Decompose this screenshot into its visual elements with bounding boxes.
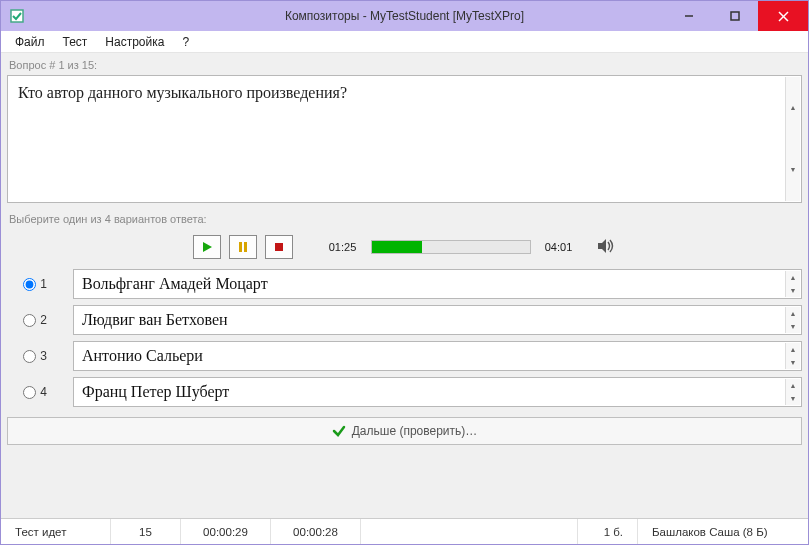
scroll-down-icon[interactable]: ▼ bbox=[785, 284, 800, 297]
svg-rect-2 bbox=[731, 12, 739, 20]
close-button[interactable] bbox=[758, 1, 808, 31]
answer-radio-2[interactable]: 2 bbox=[7, 305, 63, 335]
answer-row: 2Людвиг ван Бетховен▲▼ bbox=[7, 305, 802, 335]
answer-row: 4Франц Петер Шуберт▲▼ bbox=[7, 377, 802, 407]
minimize-button[interactable] bbox=[666, 1, 712, 31]
svg-rect-7 bbox=[244, 242, 247, 252]
question-counter: Вопрос # 1 из 15: bbox=[7, 57, 802, 73]
answer-text-box[interactable]: Вольфганг Амадей Моцарт▲▼ bbox=[73, 269, 802, 299]
media-controls: 01:25 04:01 bbox=[7, 229, 802, 267]
scroll-up-icon[interactable]: ▲ bbox=[785, 379, 800, 392]
answer-row: 1Вольфганг Амадей Моцарт▲▼ bbox=[7, 269, 802, 299]
play-button[interactable] bbox=[193, 235, 221, 259]
svg-rect-8 bbox=[275, 243, 283, 251]
scroll-down-icon[interactable]: ▼ bbox=[785, 356, 800, 369]
scroll-down-icon[interactable]: ▼ bbox=[785, 392, 800, 405]
answer-number: 3 bbox=[40, 349, 47, 363]
menu-test[interactable]: Тест bbox=[55, 33, 96, 51]
media-current-time: 01:25 bbox=[323, 241, 363, 253]
answer-scroll[interactable]: ▲▼ bbox=[785, 343, 800, 369]
answer-text: Людвиг ван Бетховен bbox=[82, 311, 228, 328]
answer-text-box[interactable]: Людвиг ван Бетховен▲▼ bbox=[73, 305, 802, 335]
menubar: Файл Тест Настройка ? bbox=[1, 31, 808, 53]
scroll-up-icon[interactable]: ▲ bbox=[785, 77, 800, 139]
media-total-time: 04:01 bbox=[539, 241, 579, 253]
svg-marker-5 bbox=[203, 242, 212, 252]
answer-row: 3Антонио Сальери▲▼ bbox=[7, 341, 802, 371]
question-text: Кто автор данного музыкального произведе… bbox=[18, 84, 347, 101]
answer-radio-input[interactable] bbox=[23, 350, 36, 363]
window-controls bbox=[666, 1, 808, 31]
status-score: 1 б. bbox=[578, 519, 638, 544]
answer-radio-input[interactable] bbox=[23, 278, 36, 291]
statusbar: Тест идет 15 00:00:29 00:00:28 1 б. Башл… bbox=[1, 518, 808, 544]
app-window: Композиторы - MyTestStudent [MyTestXPro]… bbox=[0, 0, 809, 545]
svg-rect-0 bbox=[11, 10, 23, 22]
answer-scroll[interactable]: ▲▼ bbox=[785, 307, 800, 333]
scroll-up-icon[interactable]: ▲ bbox=[785, 343, 800, 356]
status-remaining: 00:00:28 bbox=[271, 519, 361, 544]
scroll-down-icon[interactable]: ▼ bbox=[785, 139, 800, 201]
scroll-down-icon[interactable]: ▼ bbox=[785, 320, 800, 333]
client-area: Вопрос # 1 из 15: Кто автор данного музы… bbox=[1, 53, 808, 518]
app-icon bbox=[9, 8, 25, 24]
menu-file[interactable]: Файл bbox=[7, 33, 53, 51]
answer-text: Франц Петер Шуберт bbox=[82, 383, 229, 400]
question-scroll[interactable]: ▲ ▼ bbox=[785, 77, 800, 201]
answers-hint: Выберите один из 4 вариантов ответа: bbox=[7, 211, 802, 227]
next-button-label: Дальше (проверить)… bbox=[352, 424, 478, 438]
menu-settings[interactable]: Настройка bbox=[97, 33, 172, 51]
next-button[interactable]: Дальше (проверить)… bbox=[7, 417, 802, 445]
media-progress[interactable] bbox=[371, 240, 531, 254]
status-state: Тест идет bbox=[1, 519, 111, 544]
pause-button[interactable] bbox=[229, 235, 257, 259]
scroll-up-icon[interactable]: ▲ bbox=[785, 271, 800, 284]
answer-text-box[interactable]: Антонио Сальери▲▼ bbox=[73, 341, 802, 371]
answer-radio-1[interactable]: 1 bbox=[7, 269, 63, 299]
scroll-up-icon[interactable]: ▲ bbox=[785, 307, 800, 320]
maximize-button[interactable] bbox=[712, 1, 758, 31]
answer-number: 1 bbox=[40, 277, 47, 291]
svg-marker-9 bbox=[598, 239, 606, 253]
answer-radio-3[interactable]: 3 bbox=[7, 341, 63, 371]
svg-rect-6 bbox=[239, 242, 242, 252]
answer-text: Вольфганг Амадей Моцарт bbox=[82, 275, 268, 292]
status-user: Башлаков Саша (8 Б) bbox=[638, 519, 808, 544]
menu-help[interactable]: ? bbox=[174, 33, 197, 51]
question-text-panel: Кто автор данного музыкального произведе… bbox=[7, 75, 802, 203]
answer-text: Антонио Сальери bbox=[82, 347, 203, 364]
answer-scroll[interactable]: ▲▼ bbox=[785, 271, 800, 297]
answer-number: 4 bbox=[40, 385, 47, 399]
answer-radio-input[interactable] bbox=[23, 314, 36, 327]
answer-radio-4[interactable]: 4 bbox=[7, 377, 63, 407]
answer-radio-input[interactable] bbox=[23, 386, 36, 399]
answers-list: 1Вольфганг Амадей Моцарт▲▼2Людвиг ван Бе… bbox=[7, 269, 802, 407]
answer-scroll[interactable]: ▲▼ bbox=[785, 379, 800, 405]
status-total-questions: 15 bbox=[111, 519, 181, 544]
answer-text-box[interactable]: Франц Петер Шуберт▲▼ bbox=[73, 377, 802, 407]
status-spacer bbox=[361, 519, 578, 544]
status-elapsed: 00:00:29 bbox=[181, 519, 271, 544]
check-icon bbox=[332, 424, 346, 438]
volume-icon[interactable] bbox=[597, 238, 617, 257]
answer-number: 2 bbox=[40, 313, 47, 327]
stop-button[interactable] bbox=[265, 235, 293, 259]
titlebar[interactable]: Композиторы - MyTestStudent [MyTestXPro] bbox=[1, 1, 808, 31]
